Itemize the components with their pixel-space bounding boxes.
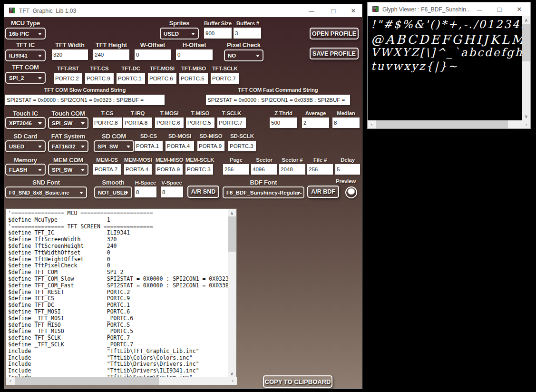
average-input[interactable]: 2: [302, 118, 329, 128]
buffers-num-input[interactable]: 3: [234, 28, 261, 39]
minimize-button[interactable]: —: [301, 4, 322, 17]
tft-miso-input[interactable]: PORTC.5: [179, 73, 208, 84]
code-h-scrollbar[interactable]: ‹ ›: [6, 377, 237, 385]
mem-sclk-input[interactable]: PORTC.3: [185, 164, 213, 175]
copy-to-clipboard-button[interactable]: COPY TO CLIPBOARD: [263, 375, 332, 388]
delay-value: 5: [337, 167, 340, 172]
mem-cs-input[interactable]: PORTA.7: [93, 164, 121, 175]
glyph-v-scroll-thumb[interactable]: [522, 24, 530, 61]
code-output[interactable]: '================ MCU ==================…: [6, 209, 228, 377]
w-offset-input[interactable]: 0: [135, 49, 171, 60]
tft-height-input[interactable]: 240: [93, 49, 129, 60]
v-space-input[interactable]: 8: [161, 186, 183, 197]
t-irq-input[interactable]: PORTA.8: [123, 118, 152, 128]
fat-system-select[interactable]: FAT16/32: [48, 140, 88, 152]
scroll-right-icon[interactable]: ›: [229, 377, 237, 385]
h-space-input[interactable]: 8: [135, 186, 156, 197]
code-v-scroll-thumb[interactable]: [228, 216, 236, 252]
sd-miso-input[interactable]: PORTA.9: [197, 141, 224, 151]
sd-card-select[interactable]: USED: [5, 140, 46, 152]
pixel-check-select[interactable]: NO: [224, 49, 263, 61]
tft-mosi-input[interactable]: PORTC.6: [148, 73, 176, 84]
snd-font-select[interactable]: F0_SND_8x8_Basic.inc: [5, 186, 87, 198]
glyph-h-scroll-thumb[interactable]: [376, 120, 508, 128]
t-cs-input[interactable]: PORTC.8: [93, 118, 122, 128]
tft-sclk-input[interactable]: PORTC.7: [211, 73, 239, 84]
smooth-select[interactable]: NOT_USED: [94, 186, 132, 198]
glyph-scroll-down-icon[interactable]: ∨: [522, 112, 530, 120]
t-mosi-input[interactable]: PORTC.6: [155, 118, 184, 128]
close-button[interactable]: ✕: [345, 4, 362, 17]
median-value: 8: [334, 120, 337, 126]
delay-input[interactable]: 5: [335, 164, 360, 175]
sd-com-select[interactable]: SPI_SW: [94, 140, 134, 152]
fast-cmd-input[interactable]: SPI2STAT = 0x0000 : SPI2CON1 = 0x033B : …: [206, 95, 350, 105]
z-thrld-input[interactable]: 500: [270, 118, 297, 128]
mem-com-value: SPI_SW: [52, 167, 72, 173]
sd-cs-input[interactable]: PORTA.1: [135, 141, 163, 151]
slow-cmd-input[interactable]: SPI2STAT = 0x0000 : SPI2CON1 = 0x0323 : …: [5, 95, 165, 105]
glyph-v-scrollbar[interactable]: ∧ ∨: [522, 16, 530, 120]
preview-radio[interactable]: [345, 186, 357, 198]
sector-input[interactable]: 4096: [251, 164, 277, 175]
glyph-scroll-right-icon[interactable]: ›: [522, 120, 530, 128]
tft-width-input[interactable]: 320: [52, 49, 88, 60]
ar-bdf-button[interactable]: A/R BDF: [307, 186, 339, 198]
glyph-minimize-button[interactable]: —: [469, 2, 489, 16]
bdf-font-label: BDF Font: [223, 179, 304, 186]
sd-mosi-input[interactable]: PORTA.4: [166, 141, 194, 151]
code-v-scrollbar[interactable]: ∧ ∨: [228, 209, 236, 378]
mem-mosi-input[interactable]: PORTA.4: [124, 164, 152, 175]
ar-snd-button[interactable]: A/R SND: [187, 186, 219, 198]
w-offset-value: 0: [136, 52, 139, 58]
touch-com-value: SPI_SW: [52, 120, 72, 126]
maximize-button[interactable]: □: [323, 4, 344, 17]
sprites-select[interactable]: USED: [160, 28, 199, 39]
mem-miso-input[interactable]: PORTA.9: [156, 164, 183, 175]
scroll-left-icon[interactable]: ‹: [6, 377, 14, 385]
tft-com-select[interactable]: SPI_2: [5, 72, 46, 84]
code-output-box[interactable]: '================ MCU ==================…: [5, 208, 237, 386]
sector-num-input[interactable]: 2048: [279, 164, 305, 175]
t-sclk-input[interactable]: PORTC.7: [217, 118, 246, 128]
fat-system-value: FAT16/32: [52, 144, 76, 149]
file-num-input[interactable]: 256: [307, 164, 333, 175]
main-window: TFT_Graphic_Lib 1.03 — □ ✕ MCU Type 16b …: [4, 4, 362, 389]
save-profile-button[interactable]: SAVE PROFILE: [310, 48, 359, 59]
tft-mosi-label: TFT-MOSI: [148, 66, 176, 71]
h-offset-input[interactable]: 0: [176, 49, 213, 60]
t-miso-input[interactable]: PORTC.5: [186, 118, 214, 128]
tft-dc-input[interactable]: PORTC.1: [117, 73, 145, 84]
touch-ic-select[interactable]: XPT2046: [5, 117, 46, 129]
glyph-close-button[interactable]: ✕: [509, 2, 529, 16]
open-profile-button[interactable]: OPEN PROFILE: [310, 28, 359, 39]
glyph-scroll-left-icon[interactable]: ‹: [368, 120, 376, 128]
tft-com-label: TFT COM: [5, 64, 46, 71]
tft-rst-input[interactable]: PORTC.2: [54, 73, 82, 84]
sd-sclk-input[interactable]: PORTC.3: [228, 141, 256, 151]
median-input[interactable]: 8: [332, 118, 360, 128]
glyph-titlebar[interactable]: Glyph Viewer : F6_BDF_Sunshin... — □ ✕: [368, 2, 530, 16]
glyph-maximize-button[interactable]: □: [489, 2, 509, 16]
slow-cmd-label: TFT COM Slow Command String: [5, 87, 165, 93]
mem-com-select[interactable]: SPI_SW: [48, 164, 88, 176]
mcu-type-select[interactable]: 16b PIC: [5, 28, 46, 39]
tft-cs-input[interactable]: PORTC.9: [85, 73, 114, 84]
touch-com-select[interactable]: SPI_SW: [48, 117, 88, 129]
main-titlebar[interactable]: TFT_Graphic_Lib 1.03 — □ ✕: [4, 4, 362, 17]
tft-ic-select[interactable]: ILI9341: [5, 49, 46, 61]
mem-mosi-label: MEM-MOSI: [124, 157, 152, 163]
buffer-size-input[interactable]: 900: [204, 28, 232, 39]
bdf-font-select[interactable]: F6_BDF_Sunshiney-Regular-: [223, 186, 304, 198]
glyph-h-scrollbar[interactable]: ‹ ›: [368, 120, 530, 128]
tft-miso-label: TFT-MISO: [179, 66, 208, 71]
sd-sclk-label: SD-SCLK: [228, 133, 256, 139]
glyph-scroll-up-icon[interactable]: ∧: [522, 16, 530, 24]
page-input[interactable]: 256: [223, 164, 249, 175]
memory-select[interactable]: FLASH: [5, 164, 46, 176]
t-sclk-value: PORTC.7: [219, 120, 243, 126]
code-h-scroll-thumb[interactable]: [15, 377, 159, 385]
mem-mosi-value: PORTA.4: [126, 167, 148, 172]
average-value: 2: [303, 120, 306, 126]
tft-width-value: 320: [53, 52, 62, 58]
